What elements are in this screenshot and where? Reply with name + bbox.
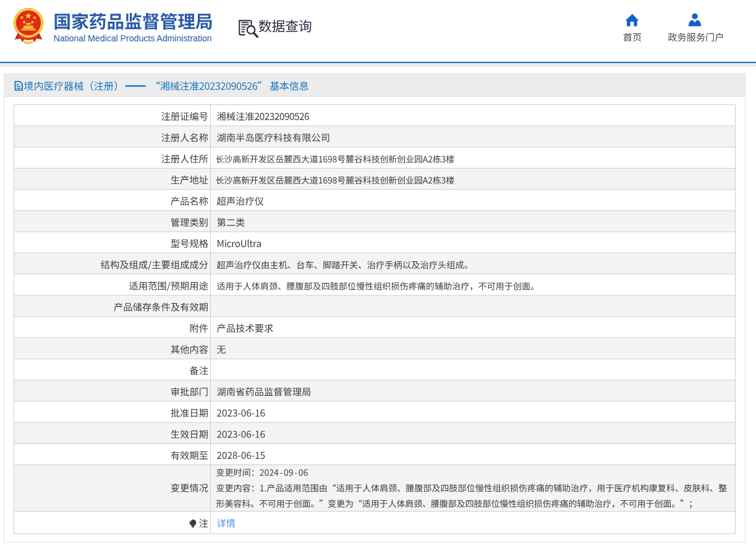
svg-text:National Medical Products Admi: National Medical Products Administration xyxy=(54,33,212,43)
